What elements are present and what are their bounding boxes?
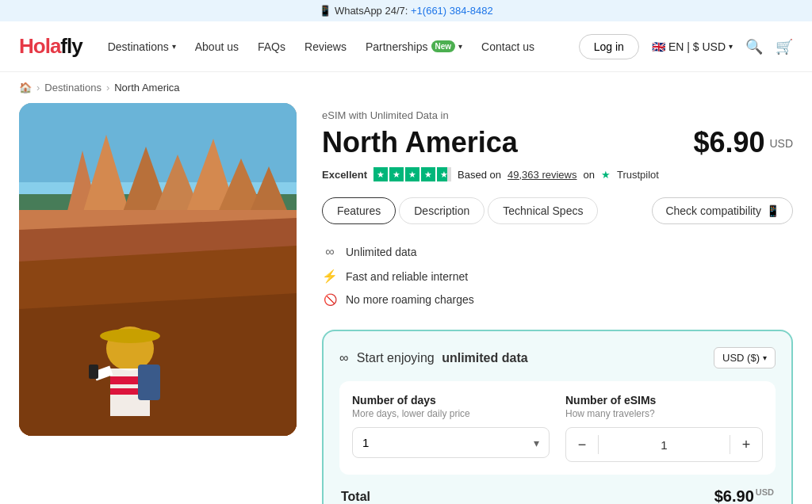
flag-icon: 🇬🇧 bbox=[652, 40, 665, 53]
feature-text: No more roaming charges bbox=[346, 293, 474, 306]
product-title: North America bbox=[322, 126, 518, 159]
features-list: ∞ Unlimited data ⚡ Fast and reliable int… bbox=[322, 240, 793, 311]
chevron-down-icon: ▾ bbox=[458, 42, 462, 51]
feature-text: Unlimited data bbox=[346, 246, 417, 258]
tab-features[interactable]: Features bbox=[322, 197, 396, 224]
tp-star-3: ★ bbox=[405, 167, 419, 181]
tp-reviews-link[interactable]: 49,363 reviews bbox=[508, 169, 576, 181]
tp-star-5: ★ bbox=[437, 167, 451, 181]
nav-about[interactable]: About us bbox=[195, 40, 239, 53]
main-nav: Destinations ▾ About us FAQs Reviews Par… bbox=[108, 40, 553, 53]
total-label: Total bbox=[341, 490, 370, 504]
chevron-down-icon: ▾ bbox=[172, 42, 176, 51]
product-price: $6.90 bbox=[693, 126, 764, 158]
nav-reviews[interactable]: Reviews bbox=[304, 40, 347, 53]
fields-row: Number of days More days, lower daily pr… bbox=[352, 394, 763, 462]
feature-text: Fast and reliable internet bbox=[346, 270, 468, 283]
product-title-row: North America $6.90 USD bbox=[322, 126, 793, 159]
feature-unlimited-data: ∞ Unlimited data bbox=[322, 240, 793, 264]
price-display: $6.90 USD bbox=[693, 126, 793, 159]
tp-reviews-text: Based on bbox=[458, 169, 501, 181]
tab-technical-specs[interactable]: Technical Specs bbox=[488, 197, 598, 224]
login-button[interactable]: Log in bbox=[579, 34, 639, 59]
nav-destinations[interactable]: Destinations ▾ bbox=[108, 40, 176, 53]
total-row: Total $6.90USD bbox=[339, 487, 776, 504]
nav-partnerships[interactable]: Partnerships New ▾ bbox=[366, 40, 462, 53]
infinity-icon: ∞ bbox=[339, 351, 348, 365]
image-placeholder bbox=[19, 103, 297, 436]
infinity-icon: ∞ bbox=[322, 245, 338, 259]
whatsapp-link[interactable]: +1(661) 384-8482 bbox=[411, 5, 493, 17]
new-badge: New bbox=[431, 40, 456, 52]
tp-label: Excellent bbox=[322, 169, 367, 181]
breadcrumb-separator: › bbox=[36, 82, 40, 94]
days-label: Number of days bbox=[352, 394, 550, 407]
esims-sublabel: How many travelers? bbox=[565, 408, 763, 419]
svg-point-15 bbox=[100, 329, 160, 343]
nav-faqs[interactable]: FAQs bbox=[258, 40, 285, 53]
tp-brand: Trustpilot bbox=[617, 169, 659, 181]
esims-stepper: − 1 + bbox=[565, 427, 763, 462]
feature-no-roaming: 🚫 No more roaming charges bbox=[322, 288, 793, 311]
breadcrumb-current: North America bbox=[114, 82, 179, 94]
order-fields: Number of days More days, lower daily pr… bbox=[339, 381, 776, 475]
check-compat-label: Check compatibility bbox=[665, 204, 761, 217]
tp-star-4: ★ bbox=[421, 167, 435, 181]
tp-star-logo: ★ bbox=[601, 169, 611, 181]
decrement-button[interactable]: − bbox=[566, 428, 598, 461]
days-select[interactable]: 1 2 3 5 7 10 14 21 30 60 90 bbox=[353, 428, 524, 457]
tp-on: on bbox=[583, 169, 594, 181]
breadcrumb: 🏠 › Destinations › North America bbox=[0, 72, 812, 103]
whatsapp-icon: 📱 bbox=[319, 5, 331, 17]
tab-description[interactable]: Description bbox=[399, 197, 485, 224]
order-card: ∞ Start enjoying unlimited data USD ($) … bbox=[322, 330, 793, 504]
order-title: ∞ Start enjoying unlimited data bbox=[339, 351, 528, 365]
svg-marker-13 bbox=[19, 293, 297, 436]
days-selector[interactable]: 1 2 3 5 7 10 14 21 30 60 90 bbox=[352, 427, 550, 458]
logo[interactable]: Holafly bbox=[19, 34, 82, 59]
check-compatibility-button[interactable]: Check compatibility 📱 bbox=[652, 197, 793, 224]
price-currency: USD bbox=[769, 137, 793, 150]
product-tabs: Features Description Technical Specs Che… bbox=[322, 197, 793, 224]
top-bar: 📱 WhatsApp 24/7: +1(661) 384-8482 bbox=[0, 0, 812, 21]
lightning-icon: ⚡ bbox=[322, 269, 338, 284]
increment-button[interactable]: + bbox=[730, 428, 762, 461]
header: Holafly Destinations ▾ About us FAQs Rev… bbox=[0, 21, 812, 72]
esims-value: 1 bbox=[599, 430, 730, 460]
tab-list: Features Description Technical Specs bbox=[322, 197, 598, 224]
total-price: $6.90USD bbox=[714, 487, 774, 504]
days-field: Number of days More days, lower daily pr… bbox=[352, 394, 550, 462]
days-sublabel: More days, lower daily price bbox=[352, 408, 550, 419]
breadcrumb-home[interactable]: 🏠 bbox=[19, 82, 32, 94]
check-compat-icon: 📱 bbox=[766, 204, 779, 217]
chevron-down-icon: ▾ bbox=[729, 42, 733, 51]
tp-star-1: ★ bbox=[373, 167, 388, 181]
breadcrumb-separator: › bbox=[106, 82, 109, 94]
chevron-down-icon: ▾ bbox=[763, 353, 767, 362]
tp-star-2: ★ bbox=[389, 167, 404, 181]
breadcrumb-destinations[interactable]: Destinations bbox=[44, 82, 102, 94]
esims-label: Number of eSIMs bbox=[565, 394, 763, 407]
product-image bbox=[19, 103, 297, 436]
esim-label: eSIM with Unlimited Data in bbox=[322, 109, 793, 121]
tp-stars: ★ ★ ★ ★ ★ bbox=[373, 167, 451, 181]
cart-icon[interactable]: 🛒 bbox=[776, 38, 793, 55]
no-phone-icon: 🚫 bbox=[322, 293, 338, 306]
trustpilot-section: Excellent ★ ★ ★ ★ ★ Based on 49,363 revi… bbox=[322, 167, 793, 181]
lang-label: EN | $ USD bbox=[668, 40, 726, 53]
currency-selector[interactable]: USD ($) ▾ bbox=[714, 347, 776, 368]
product-info: eSIM with Unlimited Data in North Americ… bbox=[322, 103, 793, 504]
whatsapp-text: WhatsApp 24/7: bbox=[335, 5, 408, 17]
dropdown-arrow-icon: ▾ bbox=[524, 429, 549, 457]
home-icon: 🏠 bbox=[19, 82, 32, 94]
order-header: ∞ Start enjoying unlimited data USD ($) … bbox=[339, 347, 776, 368]
svg-rect-21 bbox=[138, 365, 160, 400]
svg-rect-20 bbox=[89, 365, 98, 379]
nav-contact[interactable]: Contact us bbox=[481, 40, 534, 53]
language-selector[interactable]: 🇬🇧 EN | $ USD ▾ bbox=[652, 40, 733, 53]
feature-fast-internet: ⚡ Fast and reliable internet bbox=[322, 264, 793, 288]
currency-label: USD ($) bbox=[722, 352, 760, 364]
search-icon[interactable]: 🔍 bbox=[745, 38, 763, 55]
header-right: Log in 🇬🇧 EN | $ USD ▾ 🔍 🛒 bbox=[579, 34, 793, 59]
main-content: eSIM with Unlimited Data in North Americ… bbox=[0, 103, 812, 504]
